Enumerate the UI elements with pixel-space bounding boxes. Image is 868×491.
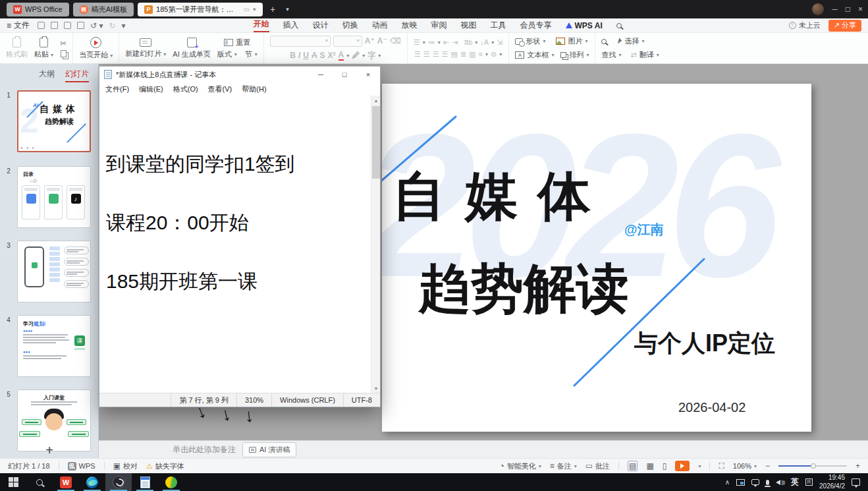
- new-slide-button[interactable]: 新建幻灯片 ▾: [125, 38, 166, 59]
- taskbar-lizhi[interactable]: [158, 473, 184, 491]
- notification-center-icon[interactable]: [852, 478, 860, 486]
- format-painter-button[interactable]: 格式刷: [6, 38, 28, 59]
- tab-doc-chat-icon[interactable]: ▭: [244, 6, 250, 13]
- play-from-current-button[interactable]: 当页开始 ▾: [79, 37, 113, 60]
- volume-tray-icon[interactable]: ))): [776, 479, 784, 485]
- slide-author-handle[interactable]: @江南: [624, 221, 664, 239]
- proofread-button[interactable]: ▣校对: [113, 461, 138, 471]
- speaker-notes-bar[interactable]: 单击此处添加备注 AI 演讲稿: [99, 440, 868, 458]
- slide-sorter-view-button[interactable]: ▦: [646, 461, 653, 471]
- scrollbar-thumb[interactable]: [372, 106, 380, 179]
- taskbar-edge[interactable]: [79, 473, 105, 491]
- underline-button[interactable]: U: [303, 51, 309, 60]
- zoom-out-button[interactable]: −: [765, 461, 770, 471]
- line-spacing-button[interactable]: ≣: [460, 50, 466, 59]
- chat-tray-icon[interactable]: [751, 479, 759, 485]
- slide-date[interactable]: 2026-04-02: [678, 400, 746, 415]
- align-center-button[interactable]: ☰: [423, 50, 430, 59]
- quickbar-dropdown-icon[interactable]: ▾: [122, 21, 126, 30]
- print-icon[interactable]: [64, 22, 71, 29]
- scroll-down-icon[interactable]: ▼: [371, 384, 380, 393]
- output-icon[interactable]: [51, 22, 58, 29]
- zoom-in-button[interactable]: +: [855, 461, 860, 471]
- cloud-status[interactable]: 未上云: [789, 20, 821, 30]
- ai-speech-chip[interactable]: AI 演讲稿: [242, 442, 296, 457]
- user-avatar[interactable]: [812, 3, 824, 15]
- microphone-tray-icon[interactable]: [766, 480, 769, 485]
- slide-title-line1[interactable]: 自 媒 体: [393, 161, 593, 233]
- current-slide[interactable]: 2026 自 媒 体 @江南 趋势解读 与个人IP定位 2026-04-02: [382, 84, 811, 432]
- file-menu[interactable]: ≡ 文件: [7, 20, 30, 31]
- slide-thumb-5[interactable]: 入门课堂: [17, 390, 91, 451]
- preview-icon[interactable]: [77, 22, 84, 29]
- fit-slide-icon[interactable]: ⛶: [719, 461, 724, 471]
- tab-wps-ai[interactable]: WPS AI: [566, 21, 603, 30]
- notes-placeholder[interactable]: 单击此处添加备注: [173, 444, 236, 455]
- layout-button[interactable]: 版式: [217, 49, 232, 59]
- notepad-text-area[interactable]: 到课堂的同学扣1签到 课程20：00开始 185期开班第一课 ▲ ▼: [99, 96, 380, 393]
- strikethrough-button[interactable]: A: [312, 51, 317, 60]
- ribbon-search-icon[interactable]: [616, 23, 622, 28]
- notepad-minimize-button[interactable]: ─: [309, 67, 333, 82]
- wps-assistant-button[interactable]: 侃WPS: [68, 462, 95, 471]
- font-family-select[interactable]: [270, 36, 331, 47]
- shadow-button[interactable]: S: [320, 51, 325, 60]
- tab-member[interactable]: 会员专享: [520, 20, 552, 31]
- play-options-icon[interactable]: ▾: [698, 463, 701, 469]
- bullets-button[interactable]: ☰: [414, 38, 420, 47]
- bold-button[interactable]: B: [290, 51, 296, 60]
- ime-indicator[interactable]: 英: [791, 477, 799, 488]
- comment-button[interactable]: ▭批注: [585, 461, 610, 471]
- slideshow-play-button[interactable]: [675, 461, 690, 471]
- text-effects-button[interactable]: 字: [367, 50, 375, 61]
- notepad-menu-format[interactable]: 格式(O): [173, 84, 198, 94]
- slide-thumb-1[interactable]: 2 AI 自 媒 体 趋势解读 ▸ ▸ ▸: [17, 90, 91, 152]
- scroll-up-icon[interactable]: ▲: [371, 96, 380, 105]
- text-direction-button[interactable]: ↓A: [480, 38, 489, 46]
- shapes-button[interactable]: 形状: [526, 36, 540, 46]
- translate-button[interactable]: 翻译: [639, 50, 654, 60]
- decrease-indent-button[interactable]: ⇤: [443, 38, 449, 47]
- missing-font-warning[interactable]: ⚠缺失字体: [146, 461, 184, 471]
- display-tray-icon[interactable]: [736, 479, 745, 486]
- columns-button[interactable]: ▥: [469, 50, 475, 59]
- reading-view-button[interactable]: ▯: [663, 461, 667, 471]
- textbox-button[interactable]: 文本框: [527, 50, 549, 60]
- redo-icon[interactable]: ↻: [109, 21, 115, 30]
- tab-docer-template[interactable]: 稻 稿壳AI模板: [73, 3, 134, 16]
- notepad-maximize-button[interactable]: □: [333, 67, 356, 82]
- slide-title-line2[interactable]: 趋势解读: [418, 254, 629, 325]
- notepad-scrollbar[interactable]: ▲ ▼: [371, 96, 380, 393]
- decrease-font-icon[interactable]: A⁻: [377, 36, 387, 45]
- tray-expand-icon[interactable]: ∧: [725, 478, 730, 486]
- zoom-percent[interactable]: 106% ▾: [733, 462, 757, 470]
- taskbar-obs[interactable]: [105, 473, 132, 491]
- font-size-select[interactable]: [333, 36, 362, 47]
- paste-button[interactable]: 粘贴 ▾: [34, 38, 53, 59]
- increase-indent-button[interactable]: ⇥: [452, 38, 458, 47]
- clock[interactable]: 19:45 2026/4/2: [819, 474, 845, 490]
- notepad-menu-edit[interactable]: 编辑(E): [139, 84, 163, 94]
- symbol-more-button[interactable]: ⇲: [497, 38, 502, 47]
- window-close-button[interactable]: ×: [858, 5, 863, 13]
- notepad-close-button[interactable]: ×: [356, 67, 380, 82]
- slide-thumb-2[interactable]: 目录 ∩∅ ♪: [17, 166, 91, 228]
- zoom-slider[interactable]: [778, 465, 847, 467]
- add-slide-button[interactable]: +: [0, 443, 99, 458]
- section-button[interactable]: 节: [245, 49, 252, 59]
- slide-thumb-3[interactable]: [17, 241, 91, 303]
- notepad-window[interactable]: *新媒体线上8点直播课 - 记事本 ─ □ × 文件(F) 编辑(E) 格式(O…: [99, 66, 381, 407]
- picture-button[interactable]: 图片: [568, 36, 582, 46]
- increase-font-icon[interactable]: A⁺: [365, 36, 375, 45]
- tab-wps-home[interactable]: W WPS Office: [7, 3, 69, 16]
- ai-generate-page-button[interactable]: AI 生成单页: [173, 38, 210, 59]
- font-color-button[interactable]: A: [339, 50, 344, 61]
- tab-transition[interactable]: 切换: [342, 20, 358, 31]
- outline-tab[interactable]: 大纲: [39, 69, 55, 82]
- search-icon[interactable]: [601, 39, 607, 44]
- slide-subtitle[interactable]: 与个人IP定位: [634, 328, 775, 360]
- tab-home[interactable]: 开始: [254, 18, 269, 32]
- align-right-button[interactable]: ☰: [433, 50, 439, 59]
- tab-slideshow[interactable]: 放映: [402, 20, 418, 31]
- clear-format-icon[interactable]: ⌫: [390, 36, 401, 45]
